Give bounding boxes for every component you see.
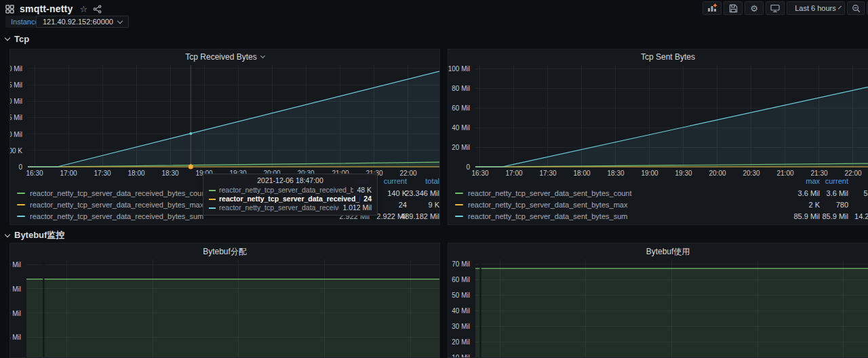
legend-series-label[interactable]: reactor_netty_tcp_server_data_received_b… bbox=[17, 212, 203, 220]
series-fill bbox=[475, 268, 868, 358]
x-tick-label: 18:00 bbox=[124, 170, 149, 177]
y-tick-label: 20 Mil bbox=[452, 338, 470, 346]
y-tick-label: 15 Mil bbox=[9, 285, 21, 293]
tooltip-row: reactor_netty_tcp_server_data_received_b… bbox=[209, 186, 372, 195]
time-range-label: Last 6 hours bbox=[795, 4, 836, 12]
star-icon[interactable]: ☆ bbox=[79, 4, 87, 14]
y-tick-label: 20 Mil bbox=[452, 144, 470, 151]
legend-value: 9 K bbox=[392, 201, 439, 209]
panel-header[interactable]: Tcp Sent Bytes bbox=[448, 52, 868, 62]
legend-value: 780 bbox=[801, 201, 848, 209]
x-tick-label: 22:00 bbox=[841, 170, 865, 177]
panel-title: Bytebuf分配 bbox=[203, 246, 247, 258]
x-tick-label: 19:30 bbox=[671, 170, 696, 177]
series-dash-icon bbox=[209, 190, 216, 191]
y-tick-label: 3.0 Mil bbox=[9, 65, 22, 73]
dashboard-header: smqtt-netty ☆ bbox=[0, 0, 868, 16]
y-tick-label: 20 Mil bbox=[9, 261, 21, 268]
y-tick-label: 30 Mil bbox=[452, 323, 470, 330]
series-fill bbox=[475, 83, 868, 167]
apps-grid-icon[interactable] bbox=[5, 5, 14, 14]
y-tick-label: 50 Mil bbox=[452, 292, 470, 299]
chevron-down-icon bbox=[838, 5, 842, 9]
x-tick-label: 16:30 bbox=[22, 170, 47, 177]
panel-header[interactable]: Bytebuf使用 bbox=[448, 246, 868, 258]
legend: maxcurrenttotalreactor_netty_tcp_server_… bbox=[448, 177, 868, 220]
chart-plot-area[interactable] bbox=[475, 65, 868, 172]
tooltip-row: reactor_netty_tcp_server_data_received_b… bbox=[209, 203, 372, 212]
add-panel-button[interactable] bbox=[703, 1, 722, 15]
legend-series-label[interactable]: reactor_netty_tcp_server_data_sent_bytes… bbox=[455, 201, 627, 209]
series-dash-icon bbox=[455, 216, 463, 217]
panel-header[interactable]: Bytebuf分配 bbox=[10, 246, 439, 258]
crosshair-marker bbox=[189, 165, 193, 169]
chart-plot-area[interactable] bbox=[28, 65, 440, 172]
x-tick-label: 17:00 bbox=[502, 170, 526, 177]
y-tick-label: 2.5 Mil bbox=[9, 81, 22, 89]
x-tick-label: 22:00 bbox=[396, 170, 420, 177]
cycle-view-button[interactable] bbox=[766, 1, 785, 15]
x-tick-label: 18:30 bbox=[158, 170, 182, 177]
y-tick-label: 5 Mil bbox=[9, 334, 21, 341]
y-tick-label: 2.0 Mil bbox=[9, 98, 22, 105]
header-toolbar: ⚙ Last 6 hours bbox=[703, 1, 868, 15]
series-fill bbox=[26, 279, 440, 358]
y-tick-label: 60 Mil bbox=[452, 104, 470, 112]
crosshair-marker bbox=[189, 132, 192, 135]
x-tick-label: 21:00 bbox=[773, 170, 797, 177]
panel-tcp-sent-bytes: Tcp Sent Bytes 020 Mil40 Mil60 Mil80 Mil… bbox=[448, 49, 868, 225]
y-tick-label: 40 Mil bbox=[452, 124, 470, 132]
zoom-out-button[interactable] bbox=[847, 1, 865, 15]
legend-series-label[interactable]: reactor_netty_tcp_server_data_received_b… bbox=[17, 201, 203, 209]
share-icon[interactable] bbox=[93, 5, 102, 14]
series-dash-icon bbox=[209, 199, 216, 200]
settings-gear-button[interactable]: ⚙ bbox=[745, 1, 764, 15]
y-tick-label: 10 Mil bbox=[452, 354, 470, 358]
row-title: Bytebuf监控 bbox=[14, 229, 64, 241]
x-tick-label: 20:30 bbox=[739, 170, 764, 177]
x-tick-label: 18:30 bbox=[604, 170, 628, 177]
chevron-down-icon bbox=[117, 18, 123, 23]
chevron-down-icon bbox=[5, 231, 10, 237]
series-fill bbox=[28, 71, 440, 167]
legend-series-label[interactable]: reactor_netty_tcp_server_data_sent_bytes… bbox=[455, 212, 627, 220]
x-tick-label: 19:00 bbox=[637, 170, 662, 177]
panel-header[interactable]: Tcp Received Bytes bbox=[10, 52, 439, 62]
panel-bytebuf-alloc: Bytebuf分配 5 Mil10 Mil15 Mil20 Mil bbox=[9, 243, 440, 358]
row-title: Tcp bbox=[14, 34, 29, 44]
graph-tooltip: 2021-12-06 18:47:00 reactor_netty_tcp_se… bbox=[203, 174, 378, 216]
series-dash-icon bbox=[455, 204, 463, 205]
variable-value-dropdown[interactable]: 121.40.92.152:60000 bbox=[36, 16, 129, 28]
legend-series-label[interactable]: reactor_netty_tcp_server_data_received_b… bbox=[17, 189, 208, 197]
x-tick-label: 17:30 bbox=[90, 170, 115, 177]
series-gap bbox=[479, 260, 481, 358]
series-gap bbox=[43, 260, 45, 358]
x-tick-label: 20:00 bbox=[705, 170, 730, 177]
chart-plot-area[interactable] bbox=[26, 260, 440, 358]
save-dashboard-button[interactable] bbox=[724, 1, 743, 15]
y-tick-label: 500 K bbox=[9, 147, 22, 155]
legend-column-header[interactable]: total bbox=[392, 177, 439, 185]
chart-plot-area[interactable] bbox=[475, 260, 868, 358]
dashboard-title[interactable]: smqtt-netty bbox=[20, 3, 73, 14]
legend-column-header[interactable]: total bbox=[840, 177, 868, 185]
series-dash-icon bbox=[17, 204, 25, 205]
legend-value: 23.346 Mil bbox=[392, 189, 439, 197]
y-tick-label: 60 Mil bbox=[452, 276, 470, 283]
series-dash-icon bbox=[17, 216, 25, 217]
legend-series-label[interactable]: reactor_netty_tcp_server_data_sent_bytes… bbox=[455, 189, 632, 197]
x-tick-label: 21:30 bbox=[807, 170, 831, 177]
row-header-tcp[interactable]: Tcp bbox=[5, 34, 29, 44]
y-tick-label: 70 Mil bbox=[452, 260, 470, 268]
chevron-down-icon bbox=[260, 54, 265, 58]
panel-title: Tcp Received Bytes bbox=[185, 52, 256, 62]
legend-value: 14.285 Bil bbox=[840, 212, 868, 220]
panel-tcp-received-bytes: Tcp Received Bytes 0500 K1.0 Mil1.5 Mil2… bbox=[9, 49, 440, 225]
time-range-picker[interactable]: Last 6 hours bbox=[787, 1, 845, 15]
series-dash-icon bbox=[17, 193, 25, 194]
panel-bytebuf-used: Bytebuf使用 10 Mil20 Mil30 Mil40 Mil50 Mil… bbox=[448, 243, 868, 358]
chevron-down-icon bbox=[5, 35, 10, 41]
legend-value: 489.182 Mil bbox=[392, 212, 439, 220]
tooltip-timestamp: 2021-12-06 18:47:00 bbox=[209, 176, 372, 184]
row-header-bytebuf[interactable]: Bytebuf监控 bbox=[5, 229, 64, 241]
